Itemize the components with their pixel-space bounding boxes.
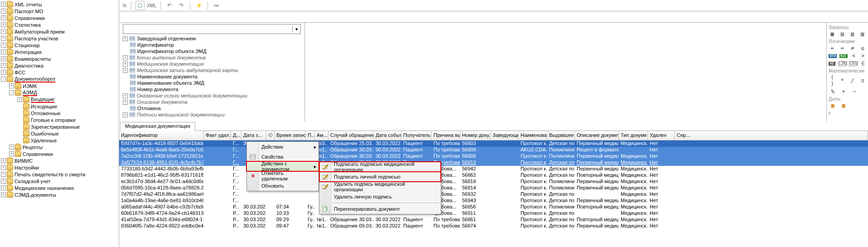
table-row[interactable]: 2af2752d-8138-4951-81f1-4c5c4c7b752dГ...… xyxy=(119,160,868,166)
palette-icon[interactable]: ≠ xyxy=(849,45,856,51)
expand-toggle[interactable]: + xyxy=(1,185,6,190)
tree-node[interactable]: +Справочники xyxy=(0,150,119,157)
palette-icon[interactable]: CASE xyxy=(849,61,857,66)
palette-icon[interactable]: ( ) xyxy=(829,74,836,87)
tab-meddoc[interactable]: Медицинская документация xyxy=(120,122,195,131)
column-header[interactable]: Удален xyxy=(648,131,675,140)
column-header[interactable]: Дата з... xyxy=(241,131,266,140)
palette-icon[interactable]: ▤ xyxy=(839,31,846,37)
column-header[interactable]: Факт удал... xyxy=(204,131,231,140)
palette-icon[interactable]: НЕ xyxy=(829,62,835,66)
fields-dropdown[interactable]: ▾ xyxy=(123,24,301,34)
palette-icon[interactable]: ≤ xyxy=(859,45,866,51)
expand-toggle[interactable]: + xyxy=(1,56,6,61)
tree-node[interactable]: +Интеграция xyxy=(0,48,119,55)
table-row[interactable]: 7a2cc3df-1f30-4908-b5ef-27312821e202Г...… xyxy=(119,153,868,160)
expand-toggle[interactable]: + xyxy=(1,179,6,184)
palette-icon[interactable]: ∈ xyxy=(860,60,866,67)
tree-node[interactable]: +ФСС xyxy=(0,69,119,76)
expand-toggle[interactable]: + xyxy=(1,158,6,163)
tree-node[interactable]: Отложенные xyxy=(0,110,119,116)
tree-node[interactable]: Зарегистрированные xyxy=(0,123,119,130)
field-row[interactable]: Идентификатор xyxy=(123,42,304,48)
table-row[interactable]: ес3b1d7d-38d4-4e27-9c01-a4dc0d6ecccdГ...… xyxy=(119,179,868,185)
expand-toggle[interactable]: - xyxy=(1,77,6,82)
xml-button[interactable] xyxy=(135,1,145,10)
column-header[interactable]: Получатель xyxy=(401,131,432,140)
menu-item[interactable]: Удалить личную подпись xyxy=(319,192,441,202)
tree-node[interactable]: +Складской учет xyxy=(0,178,119,184)
table-row[interactable]: 41af10ea-7d79-43d1-834d-e88024-1147caР..… xyxy=(119,217,868,223)
tree-node[interactable]: +Стационар xyxy=(0,42,119,48)
expand-toggle[interactable]: + xyxy=(1,36,6,41)
expand-toggle[interactable]: + xyxy=(17,97,22,102)
field-row[interactable]: +Копии выданных документов xyxy=(123,54,304,61)
expand-toggle[interactable]: + xyxy=(1,49,6,54)
field-row[interactable]: Номер документа xyxy=(123,86,304,92)
palette-icon[interactable]: КОГ xyxy=(839,54,848,58)
field-row[interactable]: +Подписи медицинской документации xyxy=(123,111,304,118)
expand-toggle[interactable]: + xyxy=(9,83,14,88)
table-row[interactable]: 60b61879-34f8-4724-9a24-cb148313-87b5Р..… xyxy=(119,210,868,217)
table-row[interactable]: 056d7095-10ca-4128-8aee-a78828-27527eeГ.… xyxy=(119,185,868,191)
undo-button[interactable]: ↶ xyxy=(165,1,174,10)
expand-toggle[interactable]: + xyxy=(9,145,14,150)
field-row[interactable]: +Заведующий отделением xyxy=(123,35,304,42)
expand-toggle[interactable]: + xyxy=(1,63,6,68)
tree-node[interactable]: Удаленные xyxy=(0,137,119,144)
table-row[interactable]: 836046f5-7a8e-4224-9922-eddbc0e42d7fР...… xyxy=(119,223,868,229)
field-row[interactable]: Наименование документа xyxy=(123,73,304,80)
column-header[interactable]: Причина вы... xyxy=(432,131,460,140)
tree-node[interactable]: Исходящие xyxy=(0,103,119,110)
menu-item[interactable]: Действия с документом▸ xyxy=(246,161,319,171)
expand-toggle[interactable]: + xyxy=(1,192,6,197)
expand-toggle[interactable]: + xyxy=(1,15,6,20)
field-row[interactable]: +Медицинская запись амбулаторной карты xyxy=(123,67,304,73)
field-row[interactable]: +Описание документа xyxy=(123,99,304,105)
tree-node[interactable]: +ИЭМК xyxy=(0,82,119,89)
expand-toggle[interactable]: + xyxy=(1,165,6,170)
tree-node[interactable]: +Печать свидетельств о смерти xyxy=(0,171,119,178)
column-header[interactable]: Выдавшее ... xyxy=(547,131,575,140)
tree-node[interactable]: +Рецепты xyxy=(0,144,119,150)
column-header[interactable]: ⏲ xyxy=(266,131,275,140)
expand-toggle[interactable]: + xyxy=(1,70,6,75)
column-header[interactable]: Д... xyxy=(231,131,241,140)
tree-node[interactable]: +XML отчеты xyxy=(0,1,119,8)
menu-item[interactable]: Удалить подпись медицинской организации xyxy=(319,182,441,192)
expand-toggle[interactable]: - xyxy=(9,90,14,95)
menu-item[interactable]: Действие▸ xyxy=(247,142,318,152)
palette-icon[interactable]: * xyxy=(839,77,846,84)
menu-item[interactable]: ✕Отметить удаленным xyxy=(247,171,318,181)
field-row[interactable]: Отложена xyxy=(123,105,304,111)
palette-icon[interactable]: ИЛИ xyxy=(829,54,837,58)
table-row[interactable]: 7d7f07d2-4fa2-4f18-8fca-aa61986ae861Г...… xyxy=(119,191,868,198)
field-row[interactable]: Наименование объекта ЭМД xyxy=(123,80,304,86)
expand-toggle[interactable]: + xyxy=(9,151,14,156)
table-row[interactable]: 8796b821-e1d1-46c2-95f5-8317161f5b16Г...… xyxy=(119,172,868,179)
tree-node[interactable]: +Диагностика xyxy=(0,62,119,69)
tree-node[interactable]: +Справочники xyxy=(0,15,119,21)
palette-icon[interactable]: + xyxy=(839,88,848,95)
table-row[interactable]: f5fd7d7e-1a3c-4d18-8507-0e5415dda3fbГ...… xyxy=(119,140,868,147)
tree-node[interactable]: +ВИМИС xyxy=(0,157,119,164)
palette-icon[interactable]: / xyxy=(849,77,856,84)
column-header[interactable]: Описание докумета xyxy=(575,131,619,140)
tree-node[interactable]: +Паспорта участков xyxy=(0,35,119,42)
expand-toggle[interactable]: + xyxy=(1,2,6,7)
palette-icon[interactable]: ▥ xyxy=(849,31,856,37)
field-row[interactable]: Идентификатор объекта ЭМД xyxy=(123,48,304,54)
palette-icon[interactable]: > xyxy=(860,53,867,59)
tree-node[interactable]: +Амбулаторный прием xyxy=(0,28,119,35)
doc-actions-submenu[interactable]: Подписать подписью медицинской организац… xyxy=(319,161,441,214)
palette-icon[interactable]: ↔ xyxy=(829,45,836,51)
menu-item[interactable]: Обновить xyxy=(247,181,318,191)
table-row[interactable]: 1a0a4a4b-19ae-4a6e-be81-b910cb48387bГ...… xyxy=(119,198,868,204)
field-row[interactable]: +Медицинская документация xyxy=(123,61,304,67)
field-row[interactable]: +Оказанные услуги медицинской документац… xyxy=(123,92,304,99)
table-row[interactable]: a065adaf-f44c-4907-b4be-c92b7cfa9c69Р...… xyxy=(119,204,868,210)
palette-icon[interactable]: LIKE xyxy=(838,61,846,66)
tree-node[interactable]: Готовые к отправке xyxy=(0,116,119,123)
column-header[interactable]: Идентификатор xyxy=(119,131,204,140)
tree-node[interactable]: +Медицинские назначения xyxy=(0,184,119,191)
